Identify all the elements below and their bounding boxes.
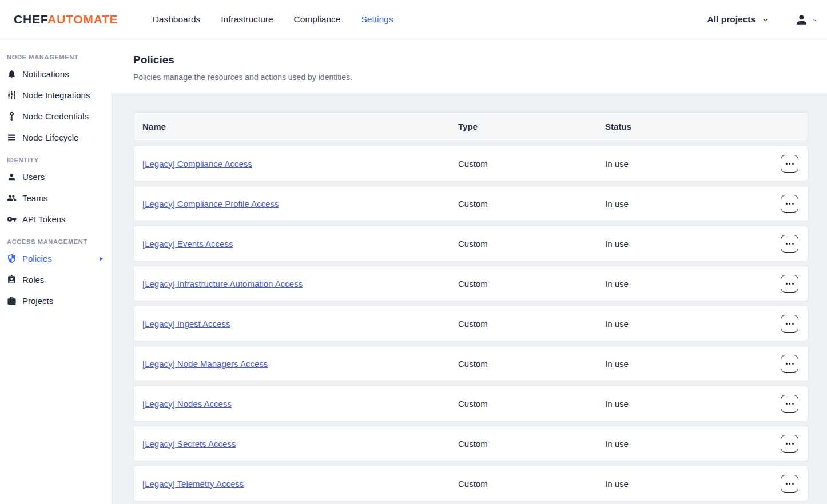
sidebar-section-node-management: NODE MANAGEMENT [0,45,112,63]
sidebar-item-label: Notifications [22,69,69,79]
policy-type: Custom [458,439,605,449]
nav-item-settings[interactable]: Settings [361,14,393,25]
policy-status: In use [605,279,771,289]
key-vertical-icon [7,111,17,121]
nav-item-infrastructure[interactable]: Infrastructure [221,14,273,25]
person-icon [794,13,809,27]
ellipsis-icon [786,403,788,405]
badge-icon [7,275,17,285]
sidebar-section-access-management: ACCESS MANAGEMENT [0,230,112,248]
sidebar-item-label: Projects [22,296,53,306]
table-row: [Legacy] Node Managers Access Custom In … [133,346,808,381]
sidebar-item-teams[interactable]: Teams [0,187,112,209]
sidebar-item-projects[interactable]: Projects [0,290,112,311]
primary-nav: Dashboards Infrastructure Compliance Set… [153,14,393,25]
policy-status: In use [605,159,771,169]
row-menu-button[interactable] [781,435,798,453]
sidebar-item-label: Teams [22,193,47,203]
settings-sidebar: NODE MANAGEMENT Notifications Node Integ… [0,39,112,504]
policy-type: Custom [458,399,605,409]
sidebar-item-users[interactable]: Users [0,166,112,187]
policy-link[interactable]: [Legacy] Ingest Access [142,319,230,329]
sidebar-item-policies[interactable]: Policies [0,248,112,269]
row-menu-button[interactable] [781,315,798,333]
sidebar-item-roles[interactable]: Roles [0,269,112,290]
ellipsis-icon [786,443,788,445]
ellipsis-icon [786,483,788,485]
policy-type: Custom [458,479,605,489]
page-title: Policies [133,54,827,66]
user-menu-button[interactable] [794,13,818,27]
table-row: [Legacy] Secrets Access Custom In use [133,426,808,461]
row-menu-button[interactable] [781,355,798,373]
main-content: Policies Policies manage the resources a… [112,39,827,504]
row-menu-button[interactable] [781,475,798,493]
row-menu-button[interactable] [781,155,798,173]
ellipsis-icon [786,163,788,165]
policy-type: Custom [458,319,605,329]
table-row: [Legacy] Compliance Profile Access Custo… [133,186,808,221]
policy-link[interactable]: [Legacy] Nodes Access [142,399,232,409]
table-row: [Legacy] Ingest Access Custom In use [133,306,808,341]
row-menu-button[interactable] [781,235,798,253]
chevron-down-icon [812,17,818,23]
briefcase-icon [7,296,17,306]
column-header-type: Type [458,122,605,131]
list-icon [7,133,17,142]
policies-table-area: Name Type Status [Legacy] Compliance Acc… [112,93,827,504]
topnav-right: All projects [707,13,827,27]
sliders-icon [7,90,17,100]
sidebar-item-node-lifecycle[interactable]: Node Lifecycle [0,127,112,148]
policy-link[interactable]: [Legacy] Infrastructure Automation Acces… [142,279,303,289]
policy-type: Custom [458,279,605,289]
policy-type: Custom [458,159,605,169]
policy-status: In use [605,439,771,449]
ellipsis-icon [786,323,788,325]
sidebar-item-label: Policies [22,254,52,263]
chef-automate-logo[interactable]: CHEFAUTOMATE [14,13,118,26]
ellipsis-icon [786,203,788,205]
nav-item-compliance[interactable]: Compliance [294,14,341,25]
sidebar-item-notifications[interactable]: Notifications [0,63,112,85]
policy-link[interactable]: [Legacy] Compliance Access [142,159,252,169]
page-header: Policies Policies manage the resources a… [112,39,827,93]
ellipsis-icon [786,363,788,365]
sidebar-item-label: Node Integrations [22,90,90,100]
column-header-status: Status [605,122,771,131]
logo-chef-text: CHEF [14,13,47,26]
policy-type: Custom [458,359,605,369]
page-subtitle: Policies manage the resources and action… [133,73,827,82]
ellipsis-icon [786,243,788,245]
person-icon [7,172,17,182]
policy-status: In use [605,199,771,209]
policy-link[interactable]: [Legacy] Compliance Profile Access [142,199,279,209]
nav-item-dashboards[interactable]: Dashboards [153,14,201,25]
policy-status: In use [605,479,771,489]
sidebar-item-node-integrations[interactable]: Node Integrations [0,85,112,106]
sidebar-item-api-tokens[interactable]: API Tokens [0,209,112,230]
app-body: NODE MANAGEMENT Notifications Node Integ… [0,39,827,504]
sidebar-item-label: API Tokens [22,214,66,224]
sidebar-item-label: Users [22,172,45,182]
chevron-down-icon [762,16,769,23]
sidebar-item-label: Node Lifecycle [22,133,78,142]
sidebar-item-label: Node Credentials [22,111,89,121]
key-icon [7,214,17,224]
policy-status: In use [605,399,771,409]
sidebar-item-node-credentials[interactable]: Node Credentials [0,106,112,127]
row-menu-button[interactable] [781,195,798,213]
people-icon [7,193,17,203]
policy-type: Custom [458,199,605,209]
table-row: [Legacy] Nodes Access Custom In use [133,386,808,421]
projects-filter-dropdown[interactable]: All projects [707,14,769,25]
policy-link[interactable]: [Legacy] Secrets Access [142,439,236,449]
policy-link[interactable]: [Legacy] Events Access [142,239,233,249]
policy-link[interactable]: [Legacy] Node Managers Access [142,359,268,369]
row-menu-button[interactable] [781,275,798,293]
row-menu-button[interactable] [781,395,798,413]
shield-icon [7,254,17,263]
sidebar-section-identity: IDENTITY [0,148,112,166]
policy-status: In use [605,359,771,369]
policy-link[interactable]: [Legacy] Telemetry Access [142,479,244,489]
sidebar-item-label: Roles [22,275,44,285]
